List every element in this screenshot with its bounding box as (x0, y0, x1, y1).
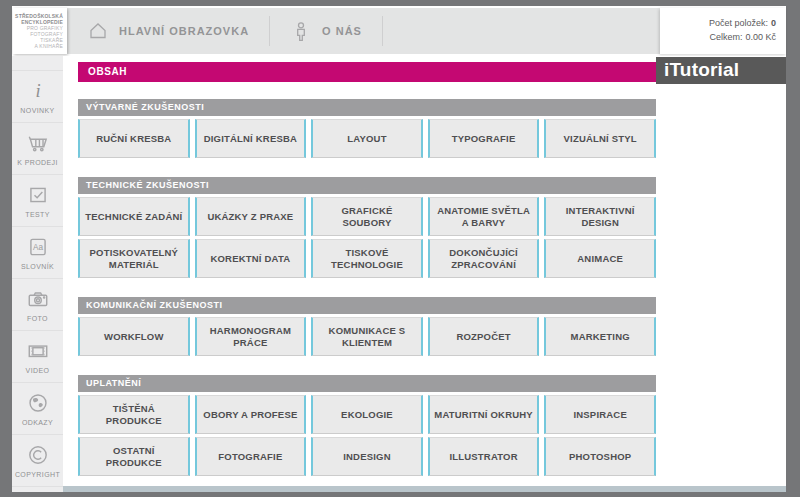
nav-separator (269, 16, 270, 46)
svg-text:Aa: Aa (33, 243, 43, 252)
sidebar-item-video[interactable]: VIDEO (12, 331, 63, 383)
sidebar-item-copyright[interactable]: COPYRIGHT (12, 435, 63, 487)
sidebar-item-label: SLOVNÍK (21, 263, 54, 270)
sidebar-item-slovn-k[interactable]: AaSLOVNÍK (12, 227, 63, 279)
section-header: TECHNICKÉ ZKUŠENOSTI (78, 177, 656, 194)
button-row: TIŠTĚNÁ PRODUKCEOBORY A PROFESEEKOLOGIEM… (78, 395, 656, 434)
page-title: OBSAH (78, 62, 656, 82)
globe-icon (26, 391, 50, 415)
sidebar-item-k-prodeji[interactable]: K PRODEJI (12, 123, 63, 175)
button-row: TECHNICKÉ ZADÁNÍUKÁZKY Z PRAXEGRAFICKÉ S… (78, 197, 656, 236)
topic-button-workflow[interactable]: WORKFLOW (78, 317, 190, 356)
nav-item-hlavn-obrazovka[interactable]: HLAVNÍ OBRAZOVKA (87, 20, 249, 42)
topic-button-komunikace-s-klientem[interactable]: KOMUNIKACE S KLIENTEM (311, 317, 423, 356)
sidebar-item-testy[interactable]: TESTY (12, 175, 63, 227)
topic-button-grafick-soubory[interactable]: GRAFICKÉ SOUBORY (311, 197, 423, 236)
video-icon (26, 339, 50, 363)
sidebar-item-label: TESTY (25, 211, 50, 218)
topic-button-ekologie[interactable]: EKOLOGIE (311, 395, 423, 434)
sidebar-item-label: K PRODEJI (17, 159, 58, 166)
cart-total-line: Celkem:0.00 Kč (660, 30, 776, 44)
section-header: VÝTVARNÉ ZKUŠENOSTI (78, 99, 656, 116)
topic-button-animace[interactable]: ANIMACE (544, 239, 656, 278)
app-window: HLAVNÍ OBRAZOVKAO NÁS STŘEDOŠKOLSKÁENCYK… (12, 6, 786, 492)
section-header: UPLATNĚNÍ (78, 375, 656, 392)
button-row: RUČNÍ KRESBADIGITÁLNÍ KRESBALAYOUTTYPOGR… (78, 119, 656, 158)
home-icon (87, 20, 109, 42)
logo-line: A KNIHAŘE (13, 43, 63, 49)
top-bar: HLAVNÍ OBRAZOVKAO NÁS STŘEDOŠKOLSKÁENCYK… (12, 6, 786, 56)
test-icon (26, 183, 50, 207)
content-section: TECHNICKÉ ZKUŠENOSTITECHNICKÉ ZADÁNÍUKÁZ… (78, 177, 656, 278)
topic-button-tiskov-technologie[interactable]: TISKOVÉ TECHNOLOGIE (311, 239, 423, 278)
cart-count-label: Počet položek: (709, 18, 768, 28)
nav-item-label: HLAVNÍ OBRAZOVKA (119, 25, 249, 37)
sidebar-item-odkazy[interactable]: ODKAZY (12, 383, 63, 435)
topic-button-marketing[interactable]: MARKETING (544, 317, 656, 356)
main-content: OBSAH iTutorial VÝTVARNÉ ZKUŠENOSTIRUČNÍ… (63, 56, 786, 492)
sidebar-item-foto[interactable]: FOTO (12, 279, 63, 331)
app-logo: STŘEDOŠKOLSKÁENCYKLOPEDIEPRO GRAFIKYFOTO… (13, 8, 67, 54)
topic-button-rozpo-et[interactable]: ROZPOČET (428, 317, 540, 356)
camera-icon (26, 287, 50, 311)
topic-button-typografie[interactable]: TYPOGRAFIE (428, 119, 540, 158)
sidebar-item-label: VIDEO (26, 367, 50, 374)
content-section: KOMUNIKAČNÍ ZKUŠENOSTIWORKFLOWHARMONOGRA… (78, 297, 656, 356)
topic-button-inspirace[interactable]: INSPIRACE (544, 395, 656, 434)
topic-button-anatomie-sv-tla-a-barvy[interactable]: ANATOMIE SVĚTLA A BARVY (428, 197, 540, 236)
sidebar-item-label: ODKAZY (22, 419, 53, 426)
content-section: UPLATNĚNÍTIŠTĚNÁ PRODUKCEOBORY A PROFESE… (78, 375, 656, 476)
copyright-icon (26, 443, 50, 467)
sidebar: iNOVINKYK PRODEJITESTYAaSLOVNÍKFOTOVIDEO… (12, 56, 63, 492)
nav-separator (382, 16, 383, 46)
cart-total-value: 0.00 Kč (745, 32, 776, 42)
info-icon: i (26, 79, 50, 103)
topic-button-obory-a-profese[interactable]: OBORY A PROFESE (195, 395, 307, 434)
section-header: KOMUNIKAČNÍ ZKUŠENOSTI (78, 297, 656, 314)
topic-button-fotografie[interactable]: FOTOGRAFIE (195, 437, 307, 476)
topic-button-layout[interactable]: LAYOUT (311, 119, 423, 158)
topic-button-potiskovateln-materi-l[interactable]: POTISKOVATELNÝ MATERIÁL (78, 239, 190, 278)
topic-button-indesign[interactable]: INDESIGN (311, 437, 423, 476)
button-row: POTISKOVATELNÝ MATERIÁLKOREKTNÍ DATATISK… (78, 239, 656, 278)
sidebar-item-label: NOVINKY (20, 107, 54, 114)
main-nav: HLAVNÍ OBRAZOVKAO NÁS (67, 8, 661, 54)
nav-item-o-n-s[interactable]: O NÁS (290, 20, 362, 42)
sidebar-item-novinky[interactable]: iNOVINKY (12, 70, 63, 123)
cart-summary: Počet položek:0 Celkem:0.00 Kč (660, 8, 786, 54)
cart-count-value: 0 (771, 18, 776, 28)
topic-button-photoshop[interactable]: PHOTOSHOP (544, 437, 656, 476)
sidebar-item-label: FOTO (27, 315, 48, 322)
footer-strip (63, 486, 786, 492)
button-row: WORKFLOWHARMONOGRAM PRÁCEKOMUNIKACE S KL… (78, 317, 656, 356)
topic-button-ru-n-kresba[interactable]: RUČNÍ KRESBA (78, 119, 190, 158)
topic-button-korektn-data[interactable]: KOREKTNÍ DATA (195, 239, 307, 278)
person-icon (290, 20, 312, 42)
nav-item-label: O NÁS (322, 25, 362, 37)
cart-icon (26, 131, 50, 155)
topic-button-uk-zky-z-praxe[interactable]: UKÁZKY Z PRAXE (195, 197, 307, 236)
topic-button-ti-t-n-produkce[interactable]: TIŠTĚNÁ PRODUKCE (78, 395, 190, 434)
brand-logo: iTutorial (656, 57, 786, 84)
topic-button-vizu-ln-styl[interactable]: VIZUÁLNÍ STYL (544, 119, 656, 158)
cart-count-line: Počet položek:0 (660, 16, 776, 30)
topic-button-technick-zad-n-[interactable]: TECHNICKÉ ZADÁNÍ (78, 197, 190, 236)
dictionary-icon: Aa (26, 235, 50, 259)
content-sections: VÝTVARNÉ ZKUŠENOSTIRUČNÍ KRESBADIGITÁLNÍ… (78, 99, 656, 495)
button-row: OSTATNÍ PRODUKCEFOTOGRAFIEINDESIGNILLUST… (78, 437, 656, 476)
topic-button-harmonogram-pr-ce[interactable]: HARMONOGRAM PRÁCE (195, 317, 307, 356)
topic-button-ostatn-produkce[interactable]: OSTATNÍ PRODUKCE (78, 437, 190, 476)
cart-total-label: Celkem: (709, 32, 742, 42)
content-section: VÝTVARNÉ ZKUŠENOSTIRUČNÍ KRESBADIGITÁLNÍ… (78, 99, 656, 158)
topic-button-maturitn-okruhy[interactable]: MATURITNÍ OKRUHY (428, 395, 540, 434)
topic-button-illustrator[interactable]: ILLUSTRATOR (428, 437, 540, 476)
window-frame: HLAVNÍ OBRAZOVKAO NÁS STŘEDOŠKOLSKÁENCYK… (0, 0, 800, 497)
topic-button-digit-ln-kresba[interactable]: DIGITÁLNÍ KRESBA (195, 119, 307, 158)
svg-text:i: i (35, 80, 40, 101)
topic-button-interaktivn-design[interactable]: INTERAKTIVNÍ DESIGN (544, 197, 656, 236)
topic-button-dokon-uj-c-zpracov-n-[interactable]: DOKONČUJÍCÍ ZPRACOVÁNÍ (428, 239, 540, 278)
sidebar-item-label: COPYRIGHT (15, 471, 60, 478)
